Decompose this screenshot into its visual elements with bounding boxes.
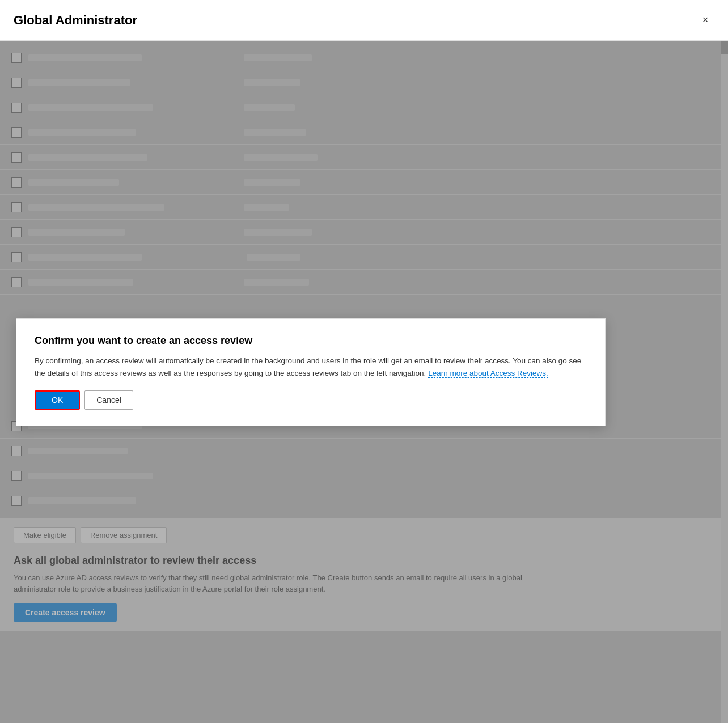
close-button[interactable]: × xyxy=(696,11,714,29)
header-bar: Global Administrator × xyxy=(0,0,728,41)
dialog-title: Confirm you want to create an access rev… xyxy=(35,335,587,347)
content-area: Make eligible Remove assignment Ask all … xyxy=(0,41,728,723)
confirm-dialog: Confirm you want to create an access rev… xyxy=(16,318,606,426)
dialog-actions: OK Cancel xyxy=(35,390,587,410)
learn-more-link[interactable]: Learn more about Access Reviews. xyxy=(428,369,548,378)
cancel-button[interactable]: Cancel xyxy=(84,390,133,410)
dialog-body: By confirming, an access review will aut… xyxy=(35,355,587,379)
main-panel: Global Administrator × xyxy=(0,0,728,723)
panel-title: Global Administrator xyxy=(14,13,137,28)
ok-button[interactable]: OK xyxy=(35,390,80,410)
